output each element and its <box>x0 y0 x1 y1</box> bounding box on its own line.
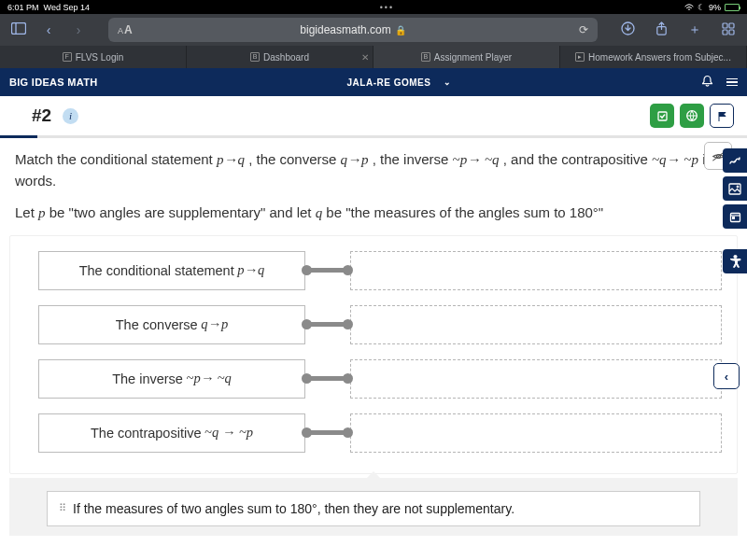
tab-homework-answers[interactable]: ▸ Homework Answers from Subjec... <box>560 46 747 68</box>
svg-line-11 <box>712 152 723 161</box>
image-tool-button[interactable] <box>723 176 747 201</box>
downloads-button[interactable] <box>618 21 637 38</box>
ios-status-bar: 6:01 PM Wed Sep 14 ••• ☾ 9% <box>0 0 747 14</box>
drop-target[interactable] <box>350 413 722 453</box>
svg-point-17 <box>733 255 736 258</box>
question-header: #2 i <box>0 96 747 135</box>
svg-rect-0 <box>12 23 26 35</box>
language-button[interactable] <box>680 104 704 128</box>
question-number: #2 <box>32 105 51 126</box>
tab-label: FLVS Login <box>76 52 124 63</box>
progress-bar <box>0 135 747 138</box>
connector-handle[interactable] <box>303 430 348 435</box>
match-label: The contrapositive ~q → ~p <box>38 413 305 453</box>
answer-bank: ⠿ If the measures of two angles sum to 1… <box>9 478 738 536</box>
connector-handle[interactable] <box>303 268 348 273</box>
battery-icon <box>725 4 740 11</box>
new-tab-button[interactable]: ＋ <box>685 21 704 38</box>
favicon: F <box>63 52 72 62</box>
match-row-inverse: The inverse ~p→ ~q <box>38 359 722 399</box>
app-brand[interactable]: BIG IDEAS MATH <box>9 77 97 88</box>
status-time: 6:01 PM Wed Sep 14 <box>7 3 90 12</box>
connector-handle[interactable] <box>303 322 348 327</box>
match-label: The inverse ~p→ ~q <box>38 359 305 399</box>
wifi-icon <box>684 4 694 11</box>
reload-button[interactable]: ⟳ <box>579 23 588 36</box>
flag-button[interactable] <box>710 104 734 128</box>
match-row-contrapositive: The contrapositive ~q → ~p <box>38 413 722 453</box>
status-handle-dots: ••• <box>90 3 684 12</box>
chevron-down-icon: ⌄ <box>444 77 452 87</box>
svg-rect-4 <box>723 23 727 28</box>
drop-target[interactable] <box>350 305 722 344</box>
match-label: The conditional statement p→q <box>38 251 305 290</box>
user-name: JALA-RE GOMES <box>347 77 431 88</box>
drop-target[interactable] <box>350 359 722 399</box>
menu-button[interactable] <box>726 77 738 89</box>
matching-area: The conditional statement p→q The conver… <box>9 235 738 474</box>
notifications-button[interactable] <box>701 75 713 91</box>
svg-point-13 <box>737 186 739 188</box>
drag-grip-icon: ⠿ <box>59 502 65 514</box>
calendar-tool-button[interactable] <box>723 204 747 229</box>
connector-handle[interactable] <box>303 376 348 381</box>
svg-rect-16 <box>732 217 734 218</box>
answer-option[interactable]: ⠿ If the measures of two angles sum to 1… <box>47 491 700 526</box>
answer-option-text: If the measures of two angles sum to 180… <box>73 501 514 516</box>
check-answer-button[interactable] <box>650 104 674 128</box>
match-label: The converse q→p <box>38 305 305 344</box>
back-button[interactable]: ‹ <box>39 22 58 37</box>
drop-target[interactable] <box>350 251 722 290</box>
app-header: BIG IDEAS MATH JALA-RE GOMES ⌄ <box>0 68 747 96</box>
tab-label: Homework Answers from Subjec... <box>588 52 731 63</box>
match-row-converse: The converse q→p <box>38 305 722 344</box>
url-text: bigideasmath.com <box>300 23 390 36</box>
tab-label: Assignment Player <box>434 52 512 63</box>
assignment-page: #2 i Match the conditional statement p→q… <box>0 96 747 560</box>
tool-rail <box>723 148 747 273</box>
tab-assignment-player[interactable]: B Assignment Player <box>374 46 560 68</box>
tabs-overview-button[interactable] <box>719 22 738 38</box>
svg-rect-6 <box>723 30 727 35</box>
battery-pct: 9% <box>709 3 721 12</box>
collapse-panel-button[interactable]: ‹ <box>713 363 740 389</box>
question-text: Match the conditional statement p→q , th… <box>15 149 732 224</box>
user-menu[interactable]: JALA-RE GOMES ⌄ <box>347 77 452 88</box>
svg-rect-7 <box>729 30 734 35</box>
accessibility-button[interactable] <box>723 249 747 273</box>
tab-dashboard[interactable]: B Dashboard ✕ <box>187 46 374 68</box>
close-icon[interactable]: ✕ <box>361 52 369 63</box>
favicon: ▸ <box>575 52 585 62</box>
tab-flvs-login[interactable]: F FLVS Login <box>0 46 187 68</box>
status-right: ☾ 9% <box>684 3 740 12</box>
sidebar-toggle-icon[interactable] <box>9 22 28 37</box>
url-bar[interactable]: AA bigideasmath.com 🔒 ⟳ <box>108 18 598 42</box>
scribble-tool-button[interactable] <box>723 148 747 173</box>
question-info-button[interactable]: i <box>63 108 78 124</box>
match-row-conditional: The conditional statement p→q <box>38 251 722 290</box>
share-button[interactable] <box>652 21 670 38</box>
svg-rect-5 <box>729 23 734 28</box>
forward-button: › <box>69 22 88 37</box>
favicon: B <box>421 52 430 62</box>
safari-toolbar: ‹ › AA bigideasmath.com 🔒 ⟳ ＋ <box>0 14 747 46</box>
lock-icon: 🔒 <box>395 25 406 35</box>
moon-icon: ☾ <box>698 3 705 12</box>
reader-aa-button[interactable]: AA <box>118 23 134 36</box>
tab-label: Dashboard <box>263 52 309 63</box>
favicon: B <box>250 52 260 62</box>
safari-tab-strip: F FLVS Login B Dashboard ✕ B Assignment … <box>0 46 747 68</box>
